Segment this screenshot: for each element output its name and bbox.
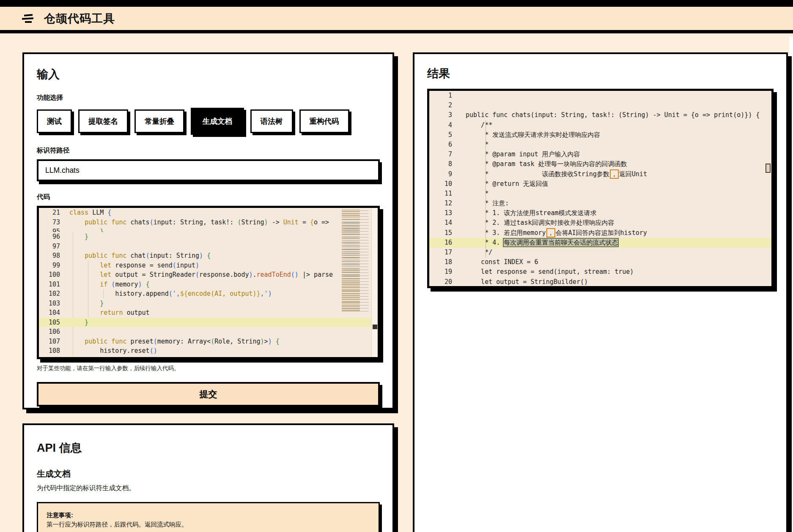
- code-line: 6 *: [429, 140, 771, 150]
- code-line: 5 * 发送流式聊天请求并实时处理响应内容: [429, 130, 771, 140]
- line-number: 106: [39, 327, 67, 337]
- function-button[interactable]: 生成文档: [191, 108, 244, 135]
- submit-button[interactable]: 提交: [37, 382, 380, 407]
- line-number: 102: [39, 289, 67, 299]
- editor-minimap[interactable]: [340, 210, 371, 312]
- function-button[interactable]: 提取签名: [78, 109, 128, 133]
- api-feature-title: 生成文档: [37, 468, 380, 480]
- code-line: 100 let output = StringReader(response.b…: [39, 270, 378, 280]
- code-line: 103 }: [39, 299, 378, 308]
- line-content: let output = StringBuilder(): [462, 277, 588, 287]
- line-number: 7: [429, 150, 462, 159]
- line-content: history.reset(): [67, 346, 157, 356]
- line-content: class LLM {: [67, 208, 111, 218]
- function-button[interactable]: 测试: [37, 109, 72, 133]
- api-info-title: API 信息: [37, 440, 380, 456]
- code-line: 95 }: [39, 227, 378, 232]
- line-content: */: [462, 248, 492, 257]
- line-number: 21: [39, 208, 67, 218]
- code-line: 20 let output = StringBuilder(): [429, 277, 771, 287]
- code-line: 106: [39, 327, 378, 337]
- line-number: 73: [39, 218, 67, 227]
- line-content: * @param task 处理每一块响应内容的回调函数: [462, 159, 627, 169]
- code-line: 96 }: [39, 232, 378, 242]
- input-panel-title: 输入: [37, 67, 380, 82]
- line-content: }: [67, 318, 88, 327]
- line-number: 109: [39, 356, 67, 360]
- function-select-label: 功能选择: [37, 93, 380, 102]
- code-line: 102 history.append(',${encode(AI, output…: [39, 289, 378, 299]
- browser-scrollbar-track[interactable]: [789, 37, 793, 532]
- line-content: let output = StringReader(response.body)…: [67, 270, 333, 280]
- result-scrollbar[interactable]: [765, 91, 771, 286]
- code-line: 12 * 注意:: [429, 199, 771, 208]
- line-number: 16: [429, 238, 462, 248]
- top-black-bar: [0, 0, 793, 7]
- api-feature-description: 为代码中指定的标识符生成文档。: [37, 484, 380, 493]
- result-scrollbar-thumb[interactable]: [766, 164, 771, 173]
- identifier-path-label: 标识符路径: [37, 146, 380, 155]
- identifier-path-input[interactable]: [37, 159, 380, 181]
- code-line: 97: [39, 242, 378, 251]
- api-note-box: 注意事项: 第一行应为标识符路径，后跟代码。返回流式响应。: [37, 502, 380, 532]
- editor-scrollbar[interactable]: [371, 208, 378, 357]
- line-number: 95: [39, 227, 67, 232]
- code-line: 18 const INDEX = 6: [429, 257, 771, 267]
- code-editor[interactable]: 21class LLM {73 public func chats(input:…: [37, 206, 380, 359]
- code-line: 1: [429, 91, 771, 101]
- line-number: 1: [429, 91, 462, 101]
- code-line: 19 let response = send(input, stream: tr…: [429, 267, 771, 277]
- code-line: 73 public func chats(input: String, task…: [39, 218, 378, 227]
- code-line: 10 * @return 无返回值: [429, 179, 771, 189]
- line-content: public func chat(input: String) {: [67, 251, 211, 261]
- line-content: *: [462, 140, 488, 150]
- line-number: 20: [429, 277, 462, 287]
- line-number: 101: [39, 280, 67, 289]
- line-content: let response = send(input, stream: true): [462, 267, 634, 277]
- line-number: 9: [429, 169, 462, 179]
- line-content: [67, 327, 69, 337]
- line-number: 5: [429, 130, 462, 140]
- code-line: 16 * 4. 每次调用会重置当前聊天会话的流式状态: [429, 238, 771, 248]
- line-content: *: [462, 189, 488, 199]
- line-number: 107: [39, 337, 67, 346]
- line-number: 17: [429, 248, 462, 257]
- function-button[interactable]: 语法树: [250, 109, 293, 133]
- line-number: 18: [429, 257, 462, 267]
- code-line: 109 for ((r, s) in memory) {: [39, 356, 378, 360]
- api-info-panel: API 信息 生成文档 为代码中指定的标识符生成文档。 注意事项: 第一行应为标…: [22, 423, 394, 532]
- line-number: 14: [429, 218, 462, 228]
- menu-icon: [21, 14, 34, 23]
- line-content: * 1. 该方法使用stream模式发送请求: [462, 208, 597, 218]
- line-number: 6: [429, 140, 462, 150]
- editor-scrollbar-thumb[interactable]: [373, 325, 377, 329]
- function-button[interactable]: 重构代码: [299, 109, 349, 133]
- api-note-title: 注意事项:: [47, 512, 73, 518]
- line-number: 2: [429, 101, 462, 110]
- line-number: 104: [39, 308, 67, 318]
- function-button-row: 测试提取签名常量折叠生成文档语法树重构代码: [37, 108, 380, 135]
- line-number: 99: [39, 261, 67, 270]
- indent-guide: [486, 120, 486, 258]
- result-lines: 123public func chats(input: String, task…: [429, 91, 771, 288]
- line-content: let buffer = Array<Byte>(1024 * 8, item:…: [462, 287, 645, 288]
- result-title: 结果: [427, 66, 774, 81]
- line-content: * @param input 用户输入内容: [462, 150, 580, 159]
- code-line: 99 let response = send(input): [39, 261, 378, 270]
- line-content: history.append(',${encode(AI, output)},'…: [67, 289, 272, 299]
- line-number: 108: [39, 346, 67, 356]
- result-code-box[interactable]: 123public func chats(input: String, task…: [427, 89, 774, 288]
- app-title: 仓颉代码工具: [44, 11, 115, 26]
- line-content: public func preset(memory: Array<(Role, …: [67, 337, 280, 346]
- line-number: 11: [429, 189, 462, 199]
- line-number: 98: [39, 251, 67, 261]
- function-button[interactable]: 常量折叠: [134, 109, 184, 133]
- code-line: 4 /**: [429, 120, 771, 130]
- line-number: 19: [429, 267, 462, 277]
- line-content: /**: [462, 120, 492, 130]
- line-number: 12: [429, 199, 462, 208]
- code-line: 21 let buffer = Array<Byte>(1024 * 8, it…: [429, 287, 771, 288]
- line-content: }: [67, 232, 88, 242]
- code-line: 9 * 该函数接收String参数，返回Unit: [429, 169, 771, 179]
- line-number: 3: [429, 110, 462, 120]
